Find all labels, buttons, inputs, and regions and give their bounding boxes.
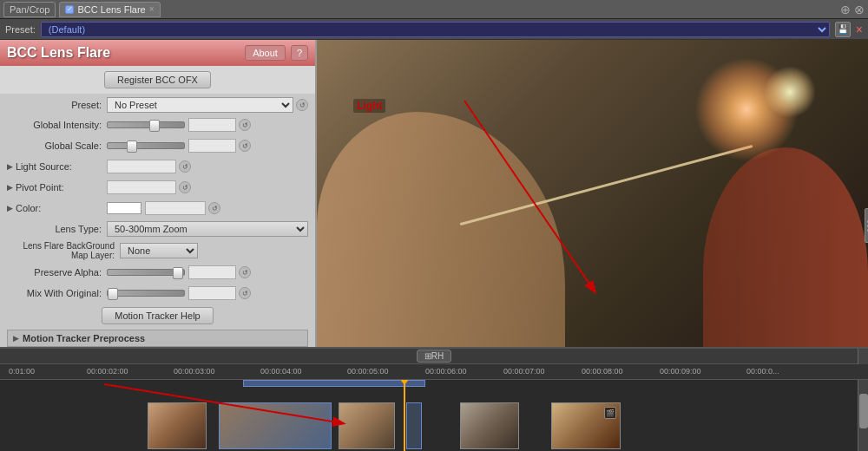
light-annotation-text: Light [353,99,385,113]
pivot-point-label: ▶ Pivot Point: [7,182,107,193]
timeline-scroll-thumb[interactable] [859,394,868,428]
global-scale-thumb[interactable] [127,141,137,153]
register-row: Register BCC OFX [0,66,315,94]
clip-6-icon: 🎬 [604,407,616,419]
preset-dropdown[interactable]: (Default) [41,22,830,37]
tc-6: 00:00:07:00 [503,367,545,376]
preset-control-row: Preset: No Preset ↺ [7,97,308,113]
tc-4: 00:00:05:00 [347,367,389,376]
preserve-alpha-thumb[interactable] [173,267,183,279]
timeline-center-bar: ⊞RH [0,349,868,364]
video-image [317,40,868,399]
global-intensity-track[interactable] [107,121,185,128]
pivot-reset[interactable]: ↺ [179,181,191,193]
global-scale-reset[interactable]: ↺ [239,140,251,152]
register-btn[interactable]: Register BCC OFX [104,71,211,88]
bcc-title: BCC Lens Flare [7,45,110,61]
preserve-alpha-reset[interactable]: ↺ [239,266,251,278]
tab-pan-crop[interactable]: Pan/Crop [3,2,56,17]
preserve-alpha-value[interactable]: 100.00 [188,265,236,279]
add-icon[interactable]: ⊕ [840,3,851,16]
mix-original-value[interactable]: 0.00 [188,286,236,300]
about-btn[interactable]: About [245,45,286,61]
pivot-toggle[interactable]: ▶ [7,183,13,192]
motion-tracker-help-row: Motion Tracker Help [7,307,308,324]
preset-close-btn[interactable]: × [856,23,863,36]
motion-tracker-help-btn[interactable]: Motion Tracker Help [102,307,213,324]
tc-0: 0:01:00 [9,367,35,376]
color-row: ▶ Color: 0, 0.0, 1.0 ↺ [7,199,308,217]
preserve-alpha-slider-container: 100.00 ↺ [107,265,308,279]
light-source-label: ▶ Light Source: [7,161,107,172]
global-intensity-label: Global Intensity: [7,120,107,130]
tc-9: 00:00:0... [746,367,779,376]
playhead-line [404,380,405,451]
preprocess-title: Motion Tracker Preprocess [23,333,145,343]
center-marker: ⊞RH [417,350,451,363]
mix-original-thumb[interactable] [108,288,118,300]
light-source-toggle[interactable]: ▶ [7,162,13,171]
preserve-alpha-row: Preserve Alpha: 100.00 ↺ [7,264,308,281]
color-value[interactable]: 0, 0.0, 1.0 [145,201,206,215]
preserve-alpha-label: Preserve Alpha: [7,267,107,278]
preset-save-btn[interactable]: 💾 [835,22,851,37]
clip-2-thumbnail [220,403,331,448]
mix-original-track[interactable] [107,290,185,297]
selection-bar [243,380,425,387]
clip-2-selected[interactable] [219,402,332,449]
lens-flare-core [764,66,816,118]
preset-reset-btn[interactable]: ↺ [296,99,308,111]
preserve-alpha-track[interactable] [107,269,185,276]
color-reset[interactable]: ↺ [208,202,220,214]
lens-type-dropdown[interactable]: 50-300mm Zoom [107,221,308,237]
tc-8: 00:00:09:00 [660,367,701,376]
timeline-arrow [0,380,868,451]
timeline-scroll-rail[interactable] [858,380,868,451]
tc-1: 00:00:02:00 [87,367,128,376]
tab-bcc-lens-flare[interactable]: ✓ BCC Lens Flare × [59,2,160,17]
pivot-point-value[interactable]: 0.00, 0.00 [107,180,176,194]
tracks-area: 🎬 [0,380,868,451]
global-scale-label: Global Scale: [7,141,107,151]
tab-check-icon: ✓ [65,5,74,14]
timeline-area: ⊞RH 0:01:00 00:00:02:00 00:00:03:00 00:0… [0,347,868,451]
global-scale-row: Global Scale: 1.59 ↺ [7,137,308,154]
global-scale-value[interactable]: 1.59 [188,139,236,153]
global-intensity-thumb[interactable] [149,120,160,132]
preset-ctrl-select[interactable]: No Preset [107,97,293,113]
clip-4-selected[interactable] [406,402,422,449]
lens-type-label: Lens Type: [7,224,107,234]
lens-flare-bg-label: Lens Flare BackGround Map Layer: [7,241,120,260]
pivot-label-text: Pivot Point: [16,182,64,193]
global-intensity-row: Global Intensity: 113.68 ↺ [7,116,308,134]
preprocess-toggle[interactable]: ▶ [13,334,19,343]
color-swatch[interactable] [107,202,141,214]
color-label-text: Color: [16,203,41,213]
clip-5-thumbnail [461,403,518,448]
tc-2: 00:00:03:00 [174,367,215,376]
center-marker-text: ⊞RH [424,351,444,361]
color-label: ▶ Color: [7,203,107,213]
clip-5[interactable] [460,402,519,449]
playhead-head [399,380,410,385]
mix-original-row: Mix With Original: 0.00 ↺ [7,284,308,302]
mix-original-reset[interactable]: ↺ [239,287,251,299]
clip-6[interactable]: 🎬 [551,402,621,449]
preset-row: Preset: (Default) 💾 × [0,19,868,40]
clip-3[interactable] [339,402,395,449]
motion-tracker-preprocess-section[interactable]: ▶ Motion Tracker Preprocess [7,330,308,347]
global-intensity-reset[interactable]: ↺ [239,119,251,131]
help-btn[interactable]: ? [291,45,308,61]
remove-icon[interactable]: ⊗ [854,3,865,16]
timeline-scroll-right[interactable] [858,349,868,364]
clip-1[interactable] [148,402,207,449]
global-intensity-value[interactable]: 113.68 [188,118,236,132]
bcc-header-right: About ? [245,45,308,61]
color-toggle[interactable]: ▶ [7,204,13,212]
global-scale-track[interactable] [107,142,185,149]
lens-flare-bg-select[interactable]: None [120,243,198,258]
tab-close-icon[interactable]: × [149,4,155,14]
clip-3-thumbnail [339,403,394,448]
light-source-value[interactable]: 0.80, 0.80 [107,160,176,173]
light-source-reset[interactable]: ↺ [179,160,191,173]
